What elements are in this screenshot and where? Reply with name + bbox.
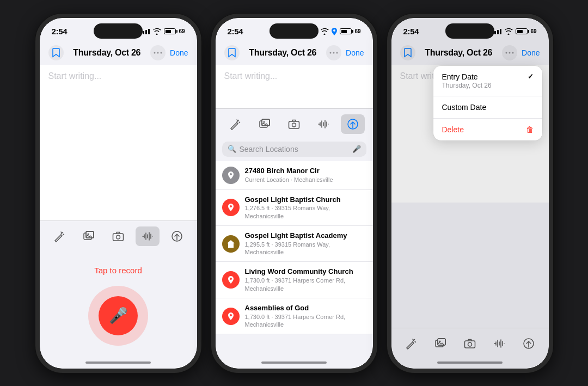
location-icon-3: [222, 271, 240, 289]
loc-name-4: Assemblies of God: [245, 304, 366, 313]
search-icon-sm: 🔍: [228, 145, 236, 153]
svg-point-18: [292, 123, 296, 127]
search-input-placeholder: Search Locations: [240, 145, 349, 154]
wand-icon-2: [229, 118, 241, 130]
bookmark-icon-1: [52, 48, 60, 58]
record-button-outer: 🎤: [88, 286, 148, 346]
dynamic-island-1: [94, 23, 143, 39]
nav-title-2: Thursday, Oct 26: [249, 48, 316, 58]
more-icon-1: [154, 52, 162, 54]
wifi-icon-1: [152, 28, 161, 35]
loc-name-2: Gospel Light Baptist Academy: [245, 231, 366, 241]
waveform-icon-1: [142, 230, 154, 242]
list-item[interactable]: Living Word Community Church 1,730.0 ft …: [216, 262, 373, 298]
send-button-2[interactable]: [341, 114, 365, 134]
svg-point-8: [116, 235, 120, 239]
entry-date-title: Entry Date: [442, 72, 478, 81]
svg-point-16: [264, 121, 265, 122]
list-item[interactable]: Assemblies of God 1,730.0 ft · 39371 Har…: [216, 298, 373, 334]
camera-button-1[interactable]: [106, 226, 130, 246]
loc-sub-3: 1,730.0 ft · 39371 Harpers Corner Rd, Me…: [245, 277, 366, 292]
waveform-icon-2: [317, 118, 329, 130]
status-time-2: 2:54: [228, 27, 243, 36]
wifi-icon-2: [320, 28, 329, 35]
placeholder-1: Start writing...: [48, 71, 102, 81]
dropdown-menu: Entry Date ✓ Thursday, Oct 26 Custom Dat…: [433, 66, 542, 140]
location-icon-1: [222, 199, 240, 216]
send-icon-1: [171, 230, 183, 242]
phone-1: 2:54 69: [35, 14, 201, 373]
svg-rect-20: [228, 243, 234, 248]
photo-library-icon-2: [259, 118, 271, 130]
phone-2: 2:54 69: [211, 14, 377, 373]
svg-point-12: [336, 52, 338, 53]
custom-date-title: Custom Date: [442, 103, 534, 112]
tap-to-record-label: Tap to record: [94, 266, 142, 275]
nav-title-1: Thursday, Oct 26: [73, 48, 140, 58]
wand-button-1[interactable]: [47, 226, 71, 246]
loc-sub-2: 1,295.5 ft · 39315 Romans Way, Mechanics…: [245, 241, 366, 256]
location-list: 27480 Birch Manor Cir Current Location ·…: [216, 161, 373, 335]
dynamic-island-2: [270, 23, 318, 39]
location-panel: 🔍 Search Locations 🎤 27480 Birch Manor C…: [216, 137, 373, 357]
list-item[interactable]: Gospel Light Baptist Academy 1,295.5 ft …: [216, 226, 373, 262]
photo-library-icon-1: [83, 230, 95, 242]
phone-3: 2:54 69: [387, 14, 553, 373]
waveform-button-1[interactable]: [136, 226, 160, 246]
location-icon-4: [222, 308, 240, 325]
loc-name-0: 27480 Birch Manor Cir: [245, 167, 366, 176]
camera-icon-1: [112, 230, 124, 242]
menu-item-custom-date[interactable]: Custom Date: [433, 96, 542, 119]
toolbar-2: [216, 108, 373, 137]
photo-library-button-1[interactable]: [77, 226, 101, 246]
mic-small-icon: 🎤: [352, 145, 361, 153]
status-time-1: 2:54: [52, 27, 68, 36]
home-indicator-2: [216, 357, 373, 369]
toolbar-1: [40, 220, 197, 249]
loc-name-3: Living Word Community Church: [245, 267, 366, 277]
svg-point-10: [330, 52, 332, 53]
bookmark-button-2[interactable]: [224, 45, 240, 60]
location-active-icon: [332, 28, 337, 35]
nav-bar-1: Thursday, Oct 26 Done: [40, 42, 197, 65]
done-button-1[interactable]: Done: [170, 47, 188, 58]
menu-item-delete[interactable]: Delete 🗑: [433, 119, 542, 140]
home-indicator-1: [40, 357, 197, 369]
svg-point-0: [154, 52, 156, 53]
loc-name-1: Gospel Light Baptist Church: [245, 195, 366, 205]
status-icons-1: 69: [140, 28, 185, 35]
location-search-bar[interactable]: 🔍 Search Locations 🎤: [222, 142, 366, 157]
waveform-button-2[interactable]: [311, 114, 335, 134]
entry-date-sub: Thursday, Oct 26: [442, 82, 534, 89]
more-button-1[interactable]: [150, 45, 166, 60]
svg-marker-21: [227, 240, 235, 243]
wand-button-2[interactable]: [223, 114, 247, 134]
menu-item-entry-date[interactable]: Entry Date ✓ Thursday, Oct 26: [433, 66, 542, 96]
camera-button-2[interactable]: [282, 114, 306, 134]
mic-icon: 🎤: [109, 307, 128, 324]
record-button[interactable]: 🎤: [99, 296, 138, 335]
content-area-1: Start writing...: [40, 65, 197, 220]
svg-rect-17: [289, 121, 299, 128]
delete-icon: 🗑: [526, 125, 534, 134]
bookmark-button-1[interactable]: [48, 45, 64, 60]
battery-2: 69: [340, 28, 360, 34]
delete-label: Delete: [442, 125, 464, 134]
send-button-1[interactable]: [165, 226, 189, 246]
list-item[interactable]: Gospel Light Baptist Church 1,276.5 ft ·…: [216, 190, 373, 226]
photo-library-button-2[interactable]: [253, 114, 277, 134]
done-button-2[interactable]: Done: [346, 47, 364, 58]
more-button-2[interactable]: [326, 45, 341, 60]
home-bar-2: [261, 362, 327, 364]
camera-icon-2: [288, 118, 300, 130]
audio-section: Tap to record 🎤: [40, 249, 197, 357]
svg-rect-14: [262, 119, 270, 126]
svg-point-1: [157, 52, 159, 53]
list-item[interactable]: 27480 Birch Manor Cir Current Location ·…: [216, 161, 373, 190]
nav-bar-2: Thursday, Oct 26 Done: [216, 42, 373, 65]
bookmark-icon-2: [228, 48, 236, 58]
placeholder-2: Start writing...: [224, 71, 278, 81]
loc-sub-1: 1,276.5 ft · 39315 Romans Way, Mechanics…: [245, 204, 366, 220]
svg-rect-7: [113, 234, 123, 241]
svg-point-2: [161, 52, 162, 53]
